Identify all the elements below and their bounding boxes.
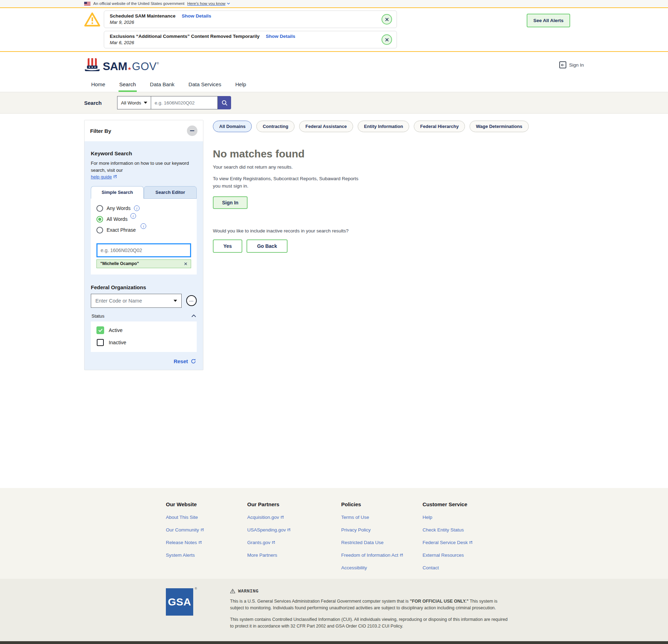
filter-by-title: Filter By — [90, 128, 111, 134]
footer-link-foia[interactable]: Freedom of Information Act — [341, 553, 423, 558]
sam-gov-logo[interactable]: SAM★GOV® — [84, 58, 159, 72]
info-icon[interactable]: i — [130, 213, 136, 219]
footer-link-label: Help — [423, 515, 432, 520]
see-all-alerts-button[interactable]: See All Alerts — [527, 14, 570, 27]
status-active-row[interactable]: Active — [96, 326, 191, 334]
external-link-icon — [399, 553, 403, 557]
footer-link-restricted-data-use[interactable]: Restricted Data Use — [341, 540, 423, 545]
domain-pill-entity-information[interactable]: Entity Information — [358, 121, 409, 132]
footer-link-label: Grants.gov — [247, 540, 270, 545]
minus-icon — [190, 130, 194, 131]
radio-all-words[interactable] — [96, 216, 103, 223]
brand-registered-mark: ® — [157, 62, 159, 65]
header-sign-in-link[interactable]: Sign In — [559, 61, 584, 68]
yes-button[interactable]: Yes — [213, 239, 242, 253]
footer-link-check-entity-status[interactable]: Check Entity Status — [423, 527, 504, 533]
footer-link-our-community[interactable]: Our Community — [166, 527, 247, 533]
federal-orgs-more-button[interactable]: ... — [186, 295, 197, 306]
footer-link-label: Our Community — [166, 527, 199, 533]
results-sign-in-button[interactable]: Sign In — [213, 196, 248, 209]
warning-title: WARNING — [238, 588, 258, 594]
show-details-link[interactable]: Show Details — [182, 13, 211, 19]
domain-pill-contracting[interactable]: Contracting — [256, 121, 295, 132]
show-details-link[interactable]: Show Details — [266, 34, 295, 39]
footer-link-contact[interactable]: Contact — [423, 565, 504, 570]
keyword-search-description: For more information on how to use our k… — [91, 160, 197, 181]
sign-in-icon — [559, 61, 566, 68]
status-section-label: Status — [92, 313, 104, 319]
footer-link-about-this-site[interactable]: About This Site — [166, 515, 247, 520]
inactive-records-question: Would you like to include inactive recor… — [213, 228, 584, 233]
footer-link-privacy-policy[interactable]: Privacy Policy — [341, 527, 423, 533]
go-back-button[interactable]: Go Back — [247, 239, 288, 253]
status-inactive-row[interactable]: Inactive — [96, 339, 191, 346]
tab-search-editor[interactable]: Search Editor — [144, 186, 197, 199]
chip-remove-button[interactable] — [184, 262, 187, 265]
footer-link-usaspending-gov[interactable]: USASpending.gov — [247, 527, 341, 533]
domain-pill-federal-assistance[interactable]: Federal Assistance — [299, 121, 353, 132]
external-link-icon — [200, 528, 204, 532]
footer-link-label: System Alerts — [166, 553, 195, 558]
radio-any-words-label: Any Words — [107, 205, 130, 211]
footer-link-label: Release Notes — [166, 540, 197, 545]
domain-pill-federal-hierarchy[interactable]: Federal Hierarchy — [414, 121, 465, 132]
search-mode-select[interactable]: All Words — [117, 96, 151, 109]
domain-pill-all-domains[interactable]: All Domains — [213, 121, 252, 132]
footer-link-more-partners[interactable]: More Partners — [247, 553, 341, 558]
how-you-know-link[interactable]: Here's how you know — [187, 1, 230, 6]
radio-any-words[interactable] — [96, 205, 103, 212]
info-icon[interactable]: i — [141, 223, 146, 229]
external-link-icon — [198, 541, 202, 544]
keyword-search-input[interactable] — [96, 243, 191, 257]
radio-exact-phrase[interactable] — [96, 227, 103, 233]
info-icon[interactable]: i — [134, 205, 140, 211]
external-link-icon — [280, 515, 284, 519]
footer-link-system-alerts[interactable]: System Alerts — [166, 553, 247, 558]
footer-link-acquisition-gov[interactable]: Acquisition.gov — [247, 515, 341, 520]
external-link-icon — [271, 541, 275, 544]
main-nav: Home Search Data Bank Data Services Help — [0, 78, 668, 92]
footer-link-external-resources[interactable]: External Resources — [423, 553, 504, 558]
footer-col-heading: Our Partners — [247, 501, 341, 507]
footer-link-grants-gov[interactable]: Grants.gov — [247, 540, 341, 545]
footer-link-terms-of-use[interactable]: Terms of Use — [341, 515, 423, 520]
domain-filter-row: All Domains Contracting Federal Assistan… — [213, 121, 584, 132]
checkbox-active-checked[interactable] — [96, 326, 104, 334]
banner-text: An official website of the United States… — [93, 1, 184, 6]
tab-simple-search[interactable]: Simple Search — [91, 186, 144, 199]
nav-item-data-bank[interactable]: Data Bank — [149, 78, 175, 92]
footer-link-label: Check Entity Status — [423, 527, 464, 533]
brand-sam: SAM — [103, 61, 127, 72]
help-guide-link[interactable]: help guide — [91, 174, 117, 179]
footer-link-help[interactable]: Help — [423, 515, 504, 520]
domain-pill-wage-determinations[interactable]: Wage Determinations — [470, 121, 528, 132]
caret-down-icon — [174, 300, 177, 302]
search-submit-button[interactable] — [218, 96, 231, 109]
nav-item-help[interactable]: Help — [235, 78, 247, 92]
warning-small-icon — [230, 589, 235, 594]
federal-orgs-combobox[interactable]: Enter Code or Name — [91, 294, 182, 308]
nav-item-home[interactable]: Home — [90, 78, 106, 92]
nav-item-data-services[interactable]: Data Services — [188, 78, 222, 92]
global-search-input[interactable] — [151, 96, 218, 109]
footer-link-federal-service-desk[interactable]: Federal Service Desk — [423, 540, 504, 545]
nav-item-search[interactable]: Search — [119, 78, 137, 92]
alert-date: Mar 9, 2026 — [110, 20, 376, 25]
checkbox-inactive-unchecked[interactable] — [97, 339, 104, 346]
footer-link-accessibility[interactable]: Accessibility — [341, 565, 423, 570]
alert-close-button[interactable] — [382, 34, 392, 45]
reset-filters-link[interactable]: Reset — [174, 358, 188, 364]
footer-link-label: Freedom of Information Act — [341, 553, 398, 558]
footer-link-release-notes[interactable]: Release Notes — [166, 540, 247, 545]
alert-close-button[interactable] — [382, 14, 392, 25]
keyword-desc-text: For more information on how to use our k… — [91, 161, 189, 173]
alert-title: Scheduled SAM Maintenance — [110, 13, 176, 19]
alert-maintenance: Scheduled SAM Maintenance Show Details M… — [104, 11, 397, 28]
no-matches-title: No matches found — [213, 148, 584, 160]
reset-refresh-icon[interactable] — [191, 359, 196, 364]
footer-link-label: Contact — [423, 565, 439, 570]
filter-collapse-button[interactable] — [187, 126, 197, 136]
footer-col-heading: Policies — [341, 501, 423, 507]
caret-down-icon — [144, 102, 147, 104]
chevron-up-icon[interactable] — [191, 314, 196, 317]
